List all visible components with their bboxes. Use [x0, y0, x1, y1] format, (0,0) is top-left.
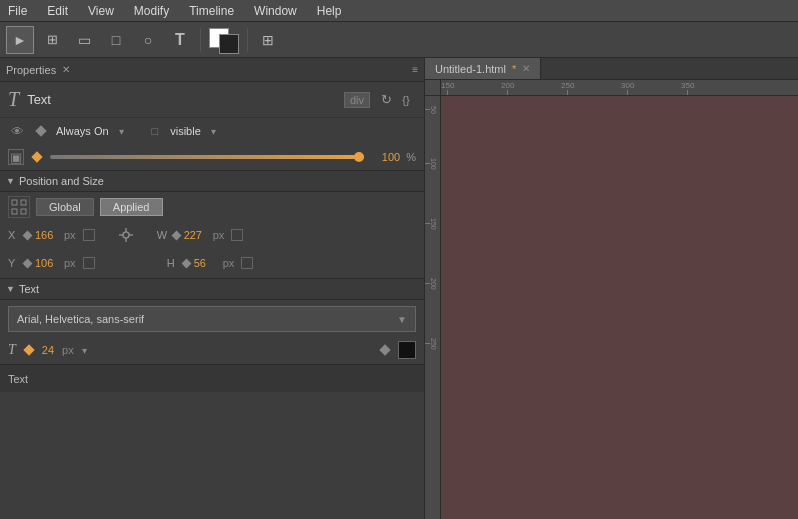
y-value[interactable]: 106 [35, 257, 60, 269]
select-icon: ► [13, 32, 27, 48]
font-size-dropdown[interactable]: ▾ [82, 345, 87, 356]
y-field-group: Y 106 px [8, 253, 95, 273]
ellipse-tool[interactable]: ○ [134, 26, 162, 54]
menu-window[interactable]: Window [250, 2, 301, 20]
ruler-vtick-50: 50 [425, 106, 437, 114]
w-label: W [157, 229, 169, 241]
ellipse-icon: ○ [144, 32, 152, 48]
position-buttons-row: Global Applied [0, 192, 424, 222]
ruler-tick-300: 300 [621, 81, 634, 95]
opacity-icon: ▣ [8, 149, 24, 165]
font-name: Arial, Helvetica, sans-serif [17, 313, 144, 325]
element-tag-btn[interactable]: div [344, 92, 370, 108]
eye-icon[interactable]: 👁 [8, 122, 26, 140]
menu-timeline[interactable]: Timeline [185, 2, 238, 20]
panel-close-btn[interactable]: ✕ [62, 64, 70, 75]
rect-icon: □ [112, 32, 120, 48]
crop-tool[interactable]: ▭ [70, 26, 98, 54]
background-color[interactable] [219, 34, 239, 54]
transform-tool[interactable]: ⊞ [38, 26, 66, 54]
h-diamond[interactable] [181, 258, 191, 268]
visibility-row: 👁 Always On ▾ □ visible ▾ [0, 118, 424, 144]
canvas-area: 150 200 250 300 [425, 80, 798, 519]
h-label: H [167, 257, 179, 269]
ruler-vtick-100: 100 [425, 158, 437, 170]
w-box [231, 229, 243, 241]
svg-rect-0 [12, 200, 17, 205]
font-size-icon: T [8, 342, 16, 358]
pos-mode-icon [8, 196, 30, 218]
menu-file[interactable]: File [4, 2, 31, 20]
separator-1 [200, 28, 201, 52]
svg-rect-3 [21, 209, 26, 214]
x-diamond[interactable] [23, 230, 33, 240]
w-value[interactable]: 227 [184, 229, 209, 241]
h-unit: px [223, 257, 235, 269]
pos-yh-row: Y 106 px H 56 px [0, 250, 424, 276]
ruler-tick-150: 150 [441, 81, 454, 95]
toolbar: ► ⊞ ▭ □ ○ T ⊞ [0, 22, 798, 58]
font-dropdown[interactable]: Arial, Helvetica, sans-serif ▼ [8, 306, 416, 332]
color-picker[interactable] [207, 26, 241, 54]
opacity-thumb[interactable] [354, 152, 364, 162]
x-value[interactable]: 166 [35, 229, 60, 241]
code-icon-btn[interactable]: {} [396, 90, 416, 110]
rect-tool[interactable]: □ [102, 26, 130, 54]
ruler-tick-350: 350 [681, 81, 694, 95]
ruler-tick-250: 250 [561, 81, 574, 95]
panel-menu-icon[interactable]: ≡ [412, 64, 418, 75]
svg-rect-2 [12, 209, 17, 214]
h-value[interactable]: 56 [194, 257, 219, 269]
visibility-diamond[interactable] [35, 125, 46, 136]
applied-btn[interactable]: Applied [100, 198, 163, 216]
opacity-diamond[interactable] [31, 151, 42, 162]
canvas-content[interactable] [441, 96, 798, 519]
font-size-row: T 24 px ▾ [0, 336, 424, 364]
color-diamond[interactable] [379, 344, 390, 355]
opacity-slider[interactable] [50, 155, 364, 159]
main-layout: Properties ✕ ≡ T Text div ↻ {} 👁 Always … [0, 58, 798, 519]
x-box [83, 229, 95, 241]
horizontal-ruler: 150 200 250 300 [441, 80, 798, 96]
menu-bar: File Edit View Modify Timeline Window He… [0, 0, 798, 22]
vertical-ruler: 50 100 150 200 [425, 96, 441, 519]
wh-link-icon [117, 225, 135, 245]
menu-view[interactable]: View [84, 2, 118, 20]
element-row: T Text div ↻ {} [0, 82, 424, 118]
y-label: Y [8, 257, 20, 269]
element-name-text: Text [27, 92, 344, 107]
bottom-bar: Text [0, 364, 424, 392]
font-dropdown-arrow-icon: ▼ [397, 314, 407, 325]
reset-icon-btn[interactable]: ↻ [376, 90, 396, 110]
visible-dropdown[interactable]: ▾ [211, 126, 216, 137]
position-section-header[interactable]: ▼ Position and Size [0, 170, 424, 192]
table-icon: ⊞ [262, 32, 274, 48]
pos-xw-row: X 166 px W [0, 222, 424, 248]
global-btn[interactable]: Global [36, 198, 94, 216]
h-box [241, 257, 253, 269]
tab-modified: * [512, 63, 516, 75]
select-tool[interactable]: ► [6, 26, 34, 54]
tab-bar: Untitled-1.html * ✕ [425, 58, 798, 80]
opacity-value: 100 [370, 151, 400, 163]
ruler-vtick-150: 150 [425, 218, 437, 230]
text-arrow-icon: ▼ [6, 284, 15, 294]
font-size-value[interactable]: 24 [42, 344, 54, 356]
h-field-group: H 56 px [167, 253, 254, 273]
text-tool[interactable]: T [166, 26, 194, 54]
font-size-diamond[interactable] [23, 344, 34, 355]
y-box [83, 257, 95, 269]
menu-modify[interactable]: Modify [130, 2, 173, 20]
table-tool[interactable]: ⊞ [254, 26, 282, 54]
w-diamond[interactable] [171, 230, 181, 240]
text-color-swatch[interactable] [398, 341, 416, 359]
always-on-dropdown[interactable]: ▾ [119, 126, 124, 137]
menu-edit[interactable]: Edit [43, 2, 72, 20]
y-diamond[interactable] [23, 258, 33, 268]
right-panel: Untitled-1.html * ✕ 150 200 [425, 58, 798, 519]
menu-help[interactable]: Help [313, 2, 346, 20]
text-section-header[interactable]: ▼ Text [0, 278, 424, 300]
canvas-tab[interactable]: Untitled-1.html * ✕ [425, 58, 541, 79]
tab-close-btn[interactable]: ✕ [522, 63, 530, 74]
panel-title: Properties ✕ [6, 64, 70, 76]
